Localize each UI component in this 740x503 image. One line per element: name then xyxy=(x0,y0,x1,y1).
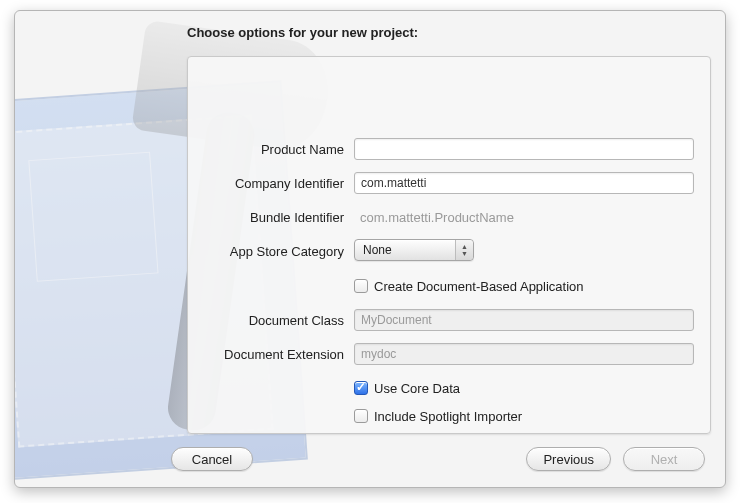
form-panel: Product Name Company Identifier Bundle I… xyxy=(187,56,711,434)
document-extension-field xyxy=(354,343,694,365)
cancel-button[interactable]: Cancel xyxy=(171,447,253,471)
options-sheet: Choose options for your new project: Pro… xyxy=(14,10,726,488)
row-document-extension: Document Extension xyxy=(204,342,694,366)
include-spotlight-importer-label[interactable]: Include Spotlight Importer xyxy=(374,409,522,424)
label-company-identifier: Company Identifier xyxy=(204,176,354,191)
use-core-data-label[interactable]: Use Core Data xyxy=(374,381,460,396)
app-store-category-select[interactable]: None ▲▼ xyxy=(354,239,474,261)
button-bar: Cancel Previous Next xyxy=(15,445,725,473)
label-document-extension: Document Extension xyxy=(204,347,354,362)
previous-button[interactable]: Previous xyxy=(526,447,611,471)
use-core-data-checkbox[interactable] xyxy=(354,381,368,395)
include-spotlight-importer-checkbox[interactable] xyxy=(354,409,368,423)
row-app-store-category: App Store Category None ▲▼ xyxy=(204,239,694,264)
app-store-category-value: None xyxy=(363,243,392,257)
label-bundle-identifier: Bundle Identifier xyxy=(204,210,354,225)
row-use-core-data: Use Core Data xyxy=(204,376,694,400)
label-app-store-category: App Store Category xyxy=(204,244,354,259)
popup-arrows-icon: ▲▼ xyxy=(455,240,473,260)
bundle-identifier-value: com.mattetti.ProductName xyxy=(354,207,694,228)
next-button: Next xyxy=(623,447,705,471)
row-spotlight-importer: Include Spotlight Importer xyxy=(204,404,694,428)
sheet-title: Choose options for your new project: xyxy=(187,25,418,40)
row-company-identifier: Company Identifier xyxy=(204,171,694,195)
create-document-based-label[interactable]: Create Document-Based Application xyxy=(374,279,584,294)
document-class-field xyxy=(354,309,694,331)
row-create-document-based: Create Document-Based Application xyxy=(204,274,694,298)
create-document-based-checkbox[interactable] xyxy=(354,279,368,293)
product-name-field[interactable] xyxy=(354,138,694,160)
row-document-class: Document Class xyxy=(204,308,694,332)
company-identifier-field[interactable] xyxy=(354,172,694,194)
row-product-name: Product Name xyxy=(204,137,694,161)
label-product-name: Product Name xyxy=(204,142,354,157)
label-document-class: Document Class xyxy=(204,313,354,328)
row-bundle-identifier: Bundle Identifier com.mattetti.ProductNa… xyxy=(204,205,694,229)
